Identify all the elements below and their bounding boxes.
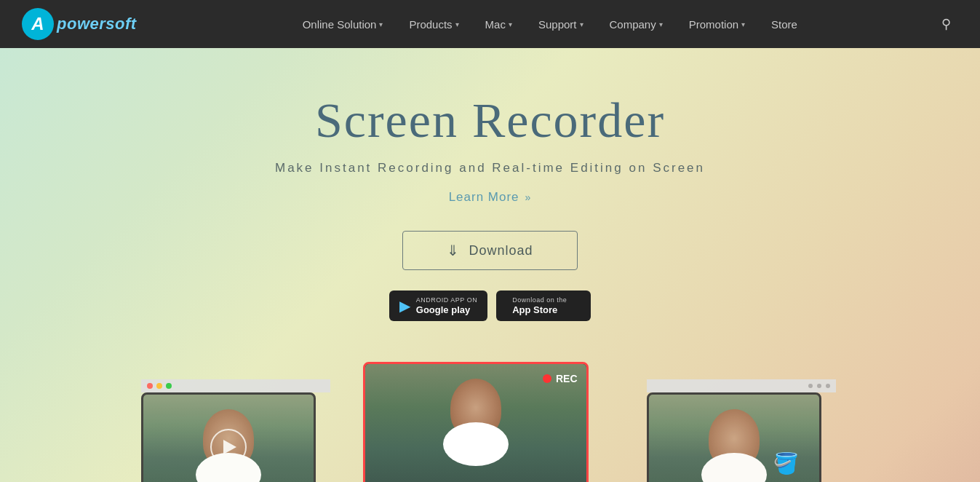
screen-left: [141, 392, 316, 482]
search-icon[interactable]: ⚲: [934, 16, 958, 32]
nav-item-products[interactable]: Products ▾: [396, 0, 471, 48]
store-badges: ▶ ANDROID APP ON Google play Download on…: [389, 291, 591, 321]
edit-icon-overlay: 🪣: [772, 449, 801, 478]
device-right: 🪣: [647, 379, 836, 482]
mac-dot-sm-1: [808, 384, 813, 388]
chevron-icon: ▾: [741, 20, 745, 28]
google-play-icon: ▶: [399, 297, 410, 315]
rec-dot: [543, 374, 551, 383]
google-play-text: ANDROID APP ON Google play: [416, 296, 477, 315]
play-button-left[interactable]: [210, 429, 247, 465]
app-store-text: Download on the App Store: [512, 296, 567, 315]
mac-dot-yellow: [156, 383, 162, 389]
rec-label: REC: [556, 373, 578, 384]
mac-bar-left: [141, 379, 330, 392]
nav-item-support[interactable]: Support ▾: [525, 0, 597, 48]
device-left: [141, 379, 330, 482]
mac-dot-sm-2: [817, 384, 821, 388]
navbar: powersoft Online Solution ▾ Products ▾ M…: [0, 0, 980, 48]
nav-item-store[interactable]: Store: [758, 0, 810, 48]
nav-item-online-solution[interactable]: Online Solution ▾: [290, 0, 397, 48]
logo[interactable]: powersoft: [22, 8, 137, 40]
learn-more-label: Learn More: [449, 190, 519, 205]
paint-bucket-icon: 🪣: [772, 449, 801, 478]
screen-right: 🪣: [647, 392, 821, 482]
nav-links: Online Solution ▾ Products ▾ Mac ▾ Suppo…: [166, 0, 934, 48]
hero-section: Screen Recorder Make Instant Recording a…: [0, 48, 980, 482]
download-icon: ⇓: [447, 242, 460, 259]
arrows-icon: »: [525, 191, 532, 203]
nav-item-promotion[interactable]: Promotion ▾: [676, 0, 758, 48]
logo-icon: [22, 8, 54, 40]
chevron-icon: ▾: [580, 20, 583, 28]
mac-bar-right: [647, 379, 836, 392]
screen-center: REC: [363, 362, 589, 482]
download-button[interactable]: ⇓ Download: [402, 231, 577, 270]
hero-title: Screen Recorder: [315, 92, 665, 149]
nav-item-mac[interactable]: Mac ▾: [472, 0, 525, 48]
mac-dot-green: [166, 383, 172, 389]
google-play-badge[interactable]: ▶ ANDROID APP ON Google play: [389, 291, 487, 321]
learn-more-link[interactable]: Learn More »: [449, 190, 532, 205]
logo-text: powersoft: [57, 15, 137, 33]
nav-item-company[interactable]: Company ▾: [597, 0, 676, 48]
mac-dots-right: [808, 384, 830, 388]
play-triangle: [223, 440, 236, 454]
chevron-icon: ▾: [659, 20, 663, 28]
mac-dot-red: [147, 383, 153, 389]
download-label: Download: [469, 243, 533, 258]
devices-area: REC: [0, 347, 980, 482]
device-center: REC: [363, 362, 618, 482]
chevron-icon: ▾: [455, 20, 459, 28]
chevron-icon: ▾: [509, 20, 512, 28]
app-store-badge[interactable]: Download on the App Store: [496, 291, 591, 321]
rec-badge: REC: [543, 373, 578, 384]
chevron-icon: ▾: [379, 20, 383, 28]
mac-dot-sm-3: [826, 384, 830, 388]
hero-subtitle: Make Instant Recording and Real-time Edi…: [275, 161, 705, 175]
